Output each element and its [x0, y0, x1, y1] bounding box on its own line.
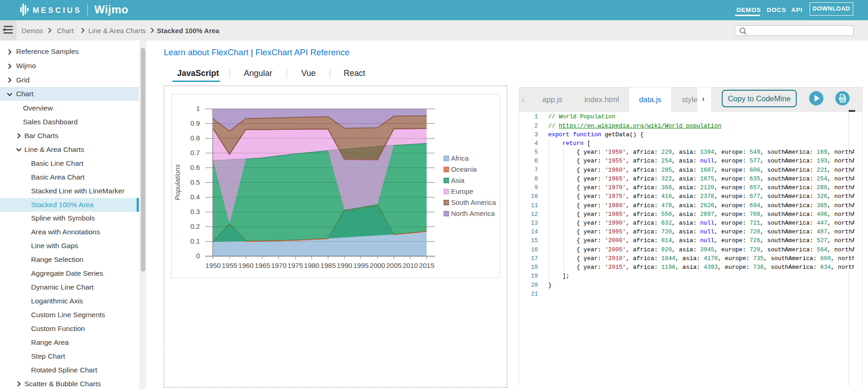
svg-text:1970: 1970 — [271, 261, 286, 269]
svg-text:0.9: 0.9 — [190, 119, 200, 127]
svg-text:0.8: 0.8 — [190, 134, 200, 142]
svg-text:1995: 1995 — [353, 261, 368, 269]
svg-text:North America: North America — [451, 209, 495, 217]
svg-text:2005: 2005 — [386, 261, 402, 269]
svg-text:1985: 1985 — [321, 261, 336, 269]
svg-text:0.3: 0.3 — [190, 208, 200, 215]
svg-text:Populations: Populations — [173, 164, 181, 200]
svg-text:2010: 2010 — [402, 261, 418, 269]
svg-text:0.7: 0.7 — [190, 149, 200, 157]
svg-text:0.6: 0.6 — [190, 163, 200, 171]
svg-text:Oceania: Oceania — [451, 165, 477, 173]
svg-text:0.1: 0.1 — [190, 237, 200, 245]
svg-text:1950: 1950 — [206, 261, 221, 269]
svg-text:1980: 1980 — [304, 261, 319, 269]
svg-text:1965: 1965 — [255, 261, 270, 269]
svg-text:2015: 2015 — [419, 261, 434, 269]
svg-text:0.2: 0.2 — [190, 222, 200, 230]
svg-text:Africa: Africa — [451, 154, 469, 162]
svg-text:2000: 2000 — [370, 261, 385, 269]
svg-text:0.5: 0.5 — [190, 178, 200, 186]
svg-text:1955: 1955 — [222, 261, 237, 269]
svg-text:0: 0 — [196, 252, 200, 260]
svg-text:1990: 1990 — [337, 261, 352, 269]
svg-text:ZIP: ZIP — [840, 97, 845, 100]
svg-text:1: 1 — [196, 105, 200, 112]
svg-text:1975: 1975 — [287, 261, 303, 269]
svg-text:Asia: Asia — [451, 176, 465, 184]
svg-text:0.4: 0.4 — [190, 193, 200, 201]
svg-text:Europe: Europe — [451, 187, 473, 195]
svg-text:1960: 1960 — [238, 261, 253, 269]
svg-text:South America: South America — [451, 198, 496, 206]
